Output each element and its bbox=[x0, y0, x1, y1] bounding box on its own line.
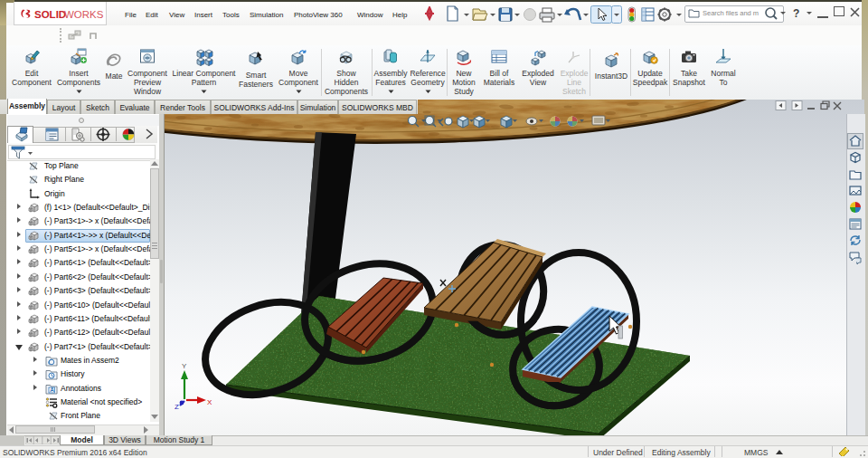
svg-text:A: A bbox=[50, 386, 54, 393]
svg-text:Y: Y bbox=[182, 362, 187, 370]
svg-text:WORKS: WORKS bbox=[64, 9, 104, 20]
svg-text:Z: Z bbox=[175, 403, 179, 411]
svg-text:X: X bbox=[207, 398, 212, 406]
svg-text:SOLID: SOLID bbox=[34, 9, 66, 20]
